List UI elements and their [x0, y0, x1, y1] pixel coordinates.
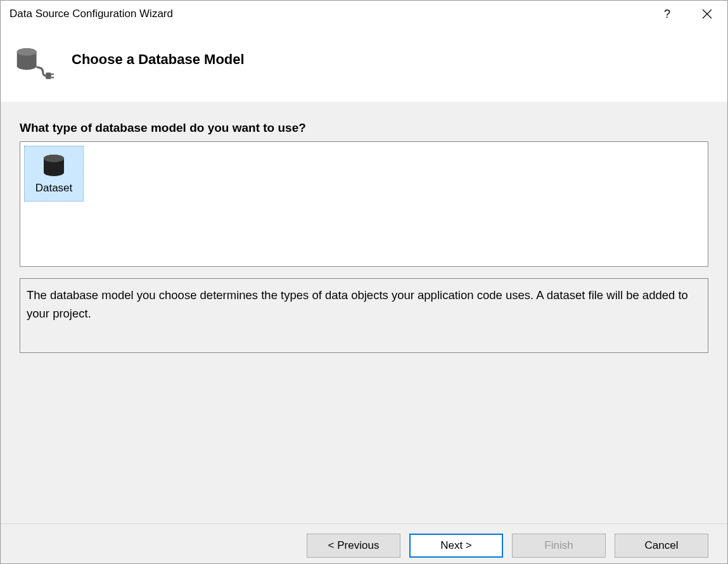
footer: < Previous Next > Finish Cancel: [1, 523, 727, 564]
page-title: Choose a Database Model: [72, 51, 245, 68]
help-button[interactable]: ?: [658, 5, 677, 23]
titlebar: Data Source Configuration Wizard ?: [1, 1, 727, 27]
window-title: Data Source Configuration Wizard: [10, 8, 658, 20]
svg-rect-6: [46, 73, 51, 79]
question-label: What type of database model do you want …: [20, 121, 708, 135]
close-icon: [702, 9, 712, 19]
svg-point-4: [17, 62, 37, 70]
database-icon: [41, 153, 67, 178]
header-section: Choose a Database Model: [1, 27, 727, 102]
next-button[interactable]: Next >: [409, 534, 503, 558]
description-text: The database model you choose determines…: [20, 278, 708, 353]
content-area: What type of database model do you want …: [1, 102, 727, 523]
close-button[interactable]: [696, 6, 718, 22]
previous-button[interactable]: < Previous: [307, 534, 400, 558]
svg-point-5: [17, 48, 37, 56]
database-plug-icon: [16, 44, 54, 82]
svg-point-11: [44, 169, 64, 176]
model-selection-list[interactable]: Dataset: [20, 141, 708, 267]
cancel-button[interactable]: Cancel: [615, 534, 708, 558]
model-option-label: Dataset: [35, 182, 73, 195]
svg-point-12: [44, 155, 64, 162]
finish-button: Finish: [512, 534, 606, 558]
model-option-dataset[interactable]: Dataset: [24, 146, 84, 202]
titlebar-controls: ?: [658, 5, 718, 23]
